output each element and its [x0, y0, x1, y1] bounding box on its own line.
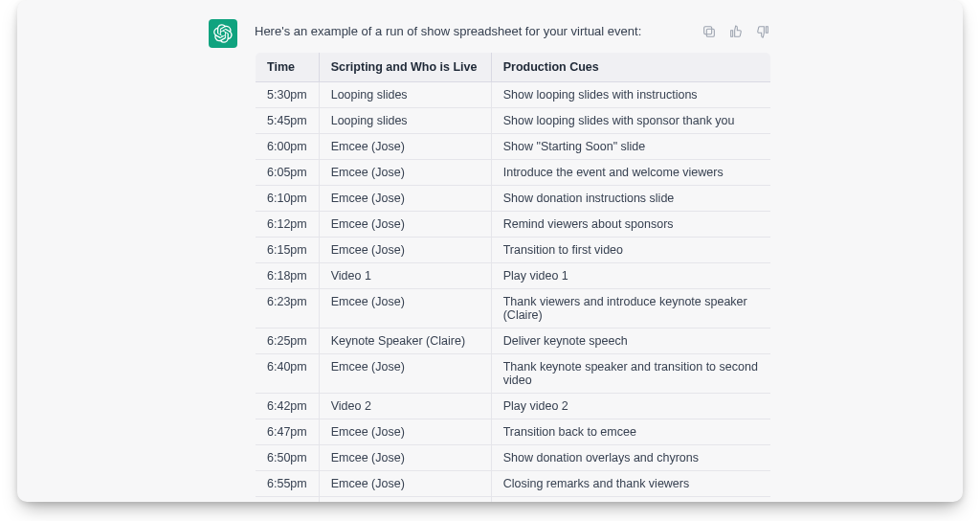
- cell-script: Emcee (Jose): [319, 212, 491, 238]
- cell-cues: Show "Starting Soon" slide: [491, 134, 770, 160]
- cell-script: Keynote Speaker (Claire): [319, 328, 491, 354]
- openai-logo-icon: [209, 19, 237, 48]
- table-row: 6:15pmEmcee (Jose)Transition to first vi…: [256, 238, 771, 263]
- col-header-cues: Production Cues: [491, 53, 770, 82]
- table-row: 6:10pmEmcee (Jose)Show donation instruct…: [256, 186, 771, 212]
- cell-script: Emcee (Jose): [319, 497, 491, 503]
- thumbs-down-icon[interactable]: [754, 23, 771, 40]
- col-header-script: Scripting and Who is Live: [319, 53, 491, 82]
- cell-cues: Remind viewers about sponsors: [491, 212, 770, 238]
- cell-script: Emcee (Jose): [319, 289, 491, 328]
- cell-cues: Show donation overlays and chyrons: [491, 445, 770, 471]
- cell-cues: Play video 1: [491, 263, 770, 289]
- cell-cues: Introduce the event and welcome viewers: [491, 160, 770, 186]
- table-row: 6:42pmVideo 2Play video 2: [256, 394, 771, 419]
- cell-script: Looping slides: [319, 82, 491, 108]
- cell-script: Emcee (Jose): [319, 419, 491, 445]
- table-row: 6:55pmEmcee (Jose)Closing remarks and th…: [256, 471, 771, 497]
- cell-time: 6:18pm: [256, 263, 320, 289]
- cell-script: Emcee (Jose): [319, 238, 491, 263]
- cell-time: 7:00pm: [256, 497, 320, 503]
- cell-script: Emcee (Jose): [319, 471, 491, 497]
- cell-cues: Thank keynote speaker and transition to …: [491, 354, 770, 394]
- cell-time: 6:50pm: [256, 445, 320, 471]
- cell-cues: End of the event: [491, 497, 770, 503]
- table-row: 6:00pmEmcee (Jose)Show "Starting Soon" s…: [256, 134, 771, 160]
- cell-script: Emcee (Jose): [319, 354, 491, 394]
- cell-time: 6:15pm: [256, 238, 320, 263]
- cell-cues: Show donation instructions slide: [491, 186, 770, 212]
- message-content: Here's an example of a run of show sprea…: [255, 19, 771, 502]
- svg-rect-1: [704, 27, 712, 34]
- cell-time: 6:42pm: [256, 394, 320, 419]
- table-row: 6:25pmKeynote Speaker (Claire)Deliver ke…: [256, 328, 771, 354]
- table-row: 5:45pmLooping slidesShow looping slides …: [256, 108, 771, 134]
- intro-text: Here's an example of a run of show sprea…: [255, 24, 771, 38]
- cell-time: 6:23pm: [256, 289, 320, 328]
- cell-cues: Transition back to emcee: [491, 419, 770, 445]
- thumbs-up-icon[interactable]: [727, 23, 745, 40]
- cell-time: 6:12pm: [256, 212, 320, 238]
- table-row: 7:00pmEmcee (Jose)End of the event: [256, 497, 771, 503]
- table-row: 6:50pmEmcee (Jose)Show donation overlays…: [256, 445, 771, 471]
- col-header-time: Time: [256, 53, 320, 82]
- table-row: 6:23pmEmcee (Jose)Thank viewers and intr…: [256, 289, 771, 328]
- cell-cues: Show looping slides with instructions: [491, 82, 770, 108]
- cell-script: Emcee (Jose): [319, 186, 491, 212]
- cell-time: 5:45pm: [256, 108, 320, 134]
- table-row: 6:12pmEmcee (Jose)Remind viewers about s…: [256, 212, 771, 238]
- cell-cues: Closing remarks and thank viewers: [491, 471, 770, 497]
- chat-message-card: Here's an example of a run of show sprea…: [17, 0, 963, 502]
- message-actions: [701, 23, 771, 40]
- run-of-show-table: Time Scripting and Who is Live Productio…: [255, 52, 771, 502]
- cell-cues: Thank viewers and introduce keynote spea…: [491, 289, 770, 328]
- cell-time: 6:10pm: [256, 186, 320, 212]
- table-row: 5:30pmLooping slidesShow looping slides …: [256, 82, 771, 108]
- cell-cues: Deliver keynote speech: [491, 328, 770, 354]
- cell-time: 6:00pm: [256, 134, 320, 160]
- cell-time: 6:47pm: [256, 419, 320, 445]
- cell-cues: Show looping slides with sponsor thank y…: [491, 108, 770, 134]
- cell-time: 6:40pm: [256, 354, 320, 394]
- cell-time: 5:30pm: [256, 82, 320, 108]
- table-row: 6:40pmEmcee (Jose)Thank keynote speaker …: [256, 354, 771, 394]
- cell-time: 6:25pm: [256, 328, 320, 354]
- cell-cues: Transition to first video: [491, 238, 770, 263]
- copy-icon[interactable]: [701, 23, 718, 40]
- cell-cues: Play video 2: [491, 394, 770, 419]
- cell-time: 6:05pm: [256, 160, 320, 186]
- cell-script: Emcee (Jose): [319, 134, 491, 160]
- cell-script: Emcee (Jose): [319, 445, 491, 471]
- table-row: 6:05pmEmcee (Jose)Introduce the event an…: [256, 160, 771, 186]
- cell-script: Emcee (Jose): [319, 160, 491, 186]
- table-row: 6:47pmEmcee (Jose)Transition back to emc…: [256, 419, 771, 445]
- table-row: 6:18pmVideo 1Play video 1: [256, 263, 771, 289]
- cell-script: Looping slides: [319, 108, 491, 134]
- cell-time: 6:55pm: [256, 471, 320, 497]
- assistant-message: Here's an example of a run of show sprea…: [17, 0, 963, 502]
- cell-script: Video 1: [319, 263, 491, 289]
- cell-script: Video 2: [319, 394, 491, 419]
- svg-rect-0: [706, 29, 714, 36]
- table-header-row: Time Scripting and Who is Live Productio…: [256, 53, 771, 82]
